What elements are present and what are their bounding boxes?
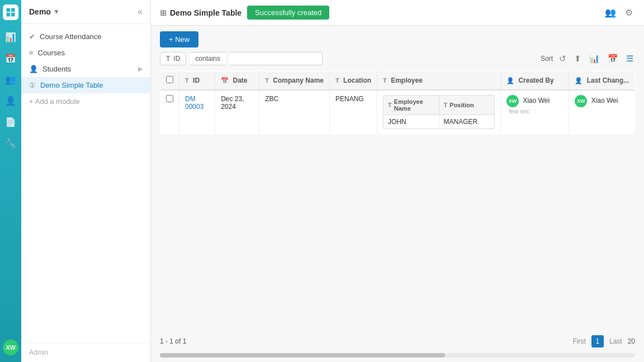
last-changed-col-icon: 👤 [575, 77, 583, 84]
sidebar-title-text: Demo [29, 7, 51, 16]
user-plus-icon[interactable]: 👤 [2, 92, 20, 109]
sidebar-item-courses[interactable]: ≡ Courses [21, 45, 150, 61]
row-date-cell: Dec 23, 2024 [215, 90, 259, 134]
refresh-icon[interactable]: ↺ [557, 52, 568, 65]
scroll-thumb[interactable] [160, 353, 445, 358]
first-page-button[interactable]: First [571, 336, 588, 346]
row-last-changed-cell: XW Xiao Wei [569, 90, 635, 134]
bar-chart-icon[interactable]: 📊 [2, 28, 20, 46]
svg-rect-2 [7, 13, 11, 17]
row-id-cell: DM 00003 [179, 90, 215, 134]
sidebar-item-label: Courses [38, 49, 65, 57]
emp-sub-header: T Employee Name T Position [383, 96, 494, 115]
col-header-last-changed: 👤 Last Chang... [569, 72, 635, 90]
last-changed-avatar: XW [575, 95, 587, 107]
horizontal-scrollbar[interactable] [160, 353, 635, 358]
emp-name-col-header: T Employee Name [383, 96, 439, 115]
table-row[interactable]: DM 00003 Dec 23, 2024 ZBC PENANG [160, 90, 635, 134]
page-nav: First 1 Last 20 [571, 335, 635, 347]
sidebar-item-students[interactable]: 👤 Students ▶ [21, 61, 150, 77]
topbar-right: 👥 ⚙ [603, 5, 635, 20]
emp-position-cell: MANAGER [439, 115, 495, 128]
page-title-text: Demo Simple Table [170, 8, 242, 17]
select-all-header[interactable] [160, 72, 179, 90]
created-by-name: Xiao Wei [523, 97, 550, 104]
demo-table-icon: ① [29, 81, 36, 89]
topbar: ⊞ Demo Simple Table Successfully created… [151, 0, 644, 26]
filter-sort-area: Sort ↺ ⬆ 📊 📅 ☰ [541, 52, 635, 65]
sidebar-dropdown-icon[interactable]: ▼ [53, 8, 60, 16]
pagination-summary: 1 - 1 of 1 [160, 337, 186, 345]
filter-operator[interactable]: contains [190, 52, 226, 65]
filter-field-label: ID [173, 55, 180, 63]
last-changed-name: Xiao Wei [591, 97, 618, 104]
chart-icon[interactable]: 📊 [588, 52, 602, 65]
created-by-avatar: XW [506, 95, 519, 107]
course-attendance-icon: ✔ [29, 32, 35, 41]
svg-rect-0 [7, 8, 11, 12]
filter-value-input[interactable] [229, 52, 323, 65]
last-changed-col-label: Last Chang... [587, 77, 629, 84]
users-icon[interactable]: 👥 [2, 70, 20, 88]
user-avatar-rail[interactable]: XW [3, 340, 18, 355]
company-col-icon: T [265, 77, 269, 84]
sidebar-item-course-attendance[interactable]: ✔ Course Attendance [21, 28, 150, 45]
table-wrapper: T ID 📅 Date T Company Name T Location [151, 71, 644, 330]
date-col-icon: 📅 [221, 77, 229, 84]
calendar-icon[interactable]: 📅 [2, 49, 20, 67]
svg-rect-1 [11, 8, 15, 12]
emp-position-col-header: T Position [439, 96, 495, 115]
admin-label: Admin [29, 349, 48, 356]
employee-col-icon: T [383, 77, 387, 84]
sidebar-item-label: Demo Simple Table [40, 81, 103, 89]
row-location: PENANG [335, 95, 364, 103]
created-by-col-icon: 👤 [506, 77, 514, 84]
emp-position-icon: T [444, 102, 448, 108]
row-created-by-cell: XW Xiao Wei few sec [501, 90, 569, 134]
people-icon[interactable]: 👥 [603, 5, 618, 20]
col-header-location: T Location [329, 72, 377, 90]
sidebar-collapse-button[interactable]: « [138, 7, 143, 17]
list-view-icon[interactable]: ☰ [624, 52, 635, 65]
sidebar-nav: ✔ Course Attendance ≡ Courses 👤 Students… [21, 24, 150, 342]
add-module-label: + Add a module [29, 97, 80, 106]
id-col-icon: T [185, 77, 189, 84]
table-header-row: T ID 📅 Date T Company Name T Location [160, 72, 635, 90]
row-company: ZBC [265, 95, 278, 103]
created-by-time: few sec [509, 108, 529, 115]
courses-icon: ≡ [29, 49, 34, 57]
col-header-company: T Company Name [259, 72, 330, 90]
location-col-label: Location [343, 77, 371, 84]
sidebar: Demo ▼ « ✔ Course Attendance ≡ Courses 👤… [21, 0, 151, 362]
file-icon[interactable]: 📄 [2, 113, 20, 131]
row-checkbox[interactable] [166, 95, 173, 102]
calendar-filter-icon[interactable]: 📅 [606, 52, 620, 65]
col-header-date: 📅 Date [215, 72, 259, 90]
success-badge: Successfully created [247, 6, 329, 20]
sidebar-item-label: Course Attendance [40, 32, 102, 41]
page-size[interactable]: 20 [628, 337, 635, 345]
new-button[interactable]: + New [160, 31, 198, 47]
location-col-icon: T [335, 77, 339, 84]
app-logo[interactable] [3, 4, 18, 20]
add-module-button[interactable]: + Add a module [21, 93, 150, 109]
emp-sub-row: JOHN MANAGER [383, 115, 494, 128]
id-col-label: ID [193, 77, 200, 84]
created-by-col-label: Created By [518, 77, 553, 84]
main-table: T ID 📅 Date T Company Name T Location [160, 71, 635, 134]
col-header-id: T ID [179, 72, 215, 90]
row-checkbox-cell[interactable] [160, 90, 179, 134]
row-location-cell: PENANG [329, 90, 377, 134]
gear-icon[interactable]: ⚙ [623, 5, 635, 20]
sidebar-item-demo-simple-table[interactable]: ① Demo Simple Table [21, 77, 150, 93]
wrench-icon[interactable]: 🔧 [2, 134, 20, 152]
students-arrow-icon: ▶ [138, 65, 143, 73]
filter-chip: T ID [160, 52, 186, 65]
current-page[interactable]: 1 [591, 335, 604, 347]
last-page-button[interactable]: Last [607, 336, 624, 346]
filter-field-icon: T [166, 55, 170, 63]
toolbar: + New [151, 26, 644, 52]
export-icon[interactable]: ⬆ [572, 52, 583, 65]
page-icon: ⊞ [160, 8, 167, 17]
select-all-checkbox[interactable] [166, 76, 173, 83]
